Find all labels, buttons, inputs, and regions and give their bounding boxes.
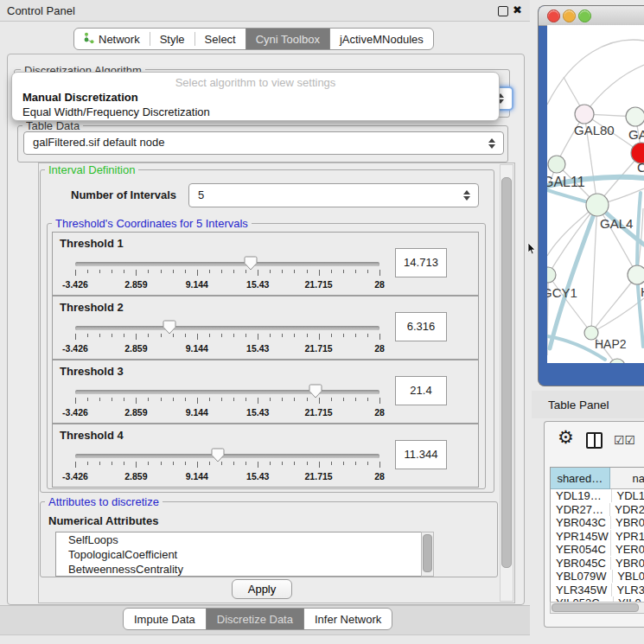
close-traffic-light-icon[interactable]	[547, 10, 560, 22]
network-canvas[interactable]: GAL80GACGAL11GAL4GCY1HHAP2	[547, 25, 644, 363]
apply-button[interactable]: Apply	[232, 579, 292, 599]
algorithm-option-equal-width-frequency-discretization[interactable]: Equal Width/Frequency Discretization	[12, 105, 499, 119]
threshold-slider[interactable]: -3.4262.8599.14415.4321.71528	[75, 319, 379, 357]
table-row[interactable]: YBL079WYBL0	[551, 570, 644, 583]
slider-tick	[209, 398, 210, 401]
list-scrollbar[interactable]	[421, 532, 434, 577]
slider-tick	[331, 270, 332, 273]
algorithm-popup-options: Manual DiscretizationEqual Width/Frequen…	[12, 90, 499, 119]
tab-cyni-toolbox[interactable]: Cyni Toolbox	[245, 29, 330, 49]
scrollbar-thumb[interactable]	[552, 603, 639, 612]
slider-tick	[258, 334, 258, 340]
slider-tick-label: -3.426	[62, 279, 88, 290]
network-window-titlebar[interactable]	[539, 6, 644, 26]
slider-tick-label: 2.859	[124, 407, 147, 418]
slider-tick-label: -3.426	[62, 471, 88, 481]
table-row[interactable]: YDL19…YDL1	[551, 489, 644, 503]
zoom-traffic-light-icon[interactable]	[578, 10, 591, 22]
slider-tick	[173, 462, 174, 465]
threshold-slider[interactable]: -3.4262.8599.14415.4321.71528	[75, 383, 379, 421]
slider-tick	[355, 398, 356, 401]
slider-tick	[75, 270, 76, 276]
tab-network[interactable]: Network	[74, 29, 150, 49]
slider-tick	[282, 334, 283, 337]
node-gal80[interactable]	[575, 105, 594, 124]
table-row[interactable]: YDR27…YDR2	[551, 503, 644, 517]
slider-tick	[367, 398, 368, 401]
mouse-cursor	[527, 243, 537, 255]
threshold-value-field[interactable]: 14.713	[395, 248, 447, 277]
threshold-label: Threshold 3	[60, 365, 124, 378]
threshold-slider[interactable]: -3.4262.8599.14415.4321.71528	[75, 255, 379, 293]
tab-discretize-data[interactable]: Discretize Data	[206, 609, 304, 629]
slider-tick-label: 15.43	[246, 279, 269, 290]
slider-tick	[136, 334, 137, 340]
tab-style[interactable]: Style	[150, 29, 194, 49]
slider-tick	[319, 270, 320, 276]
node-gal11[interactable]	[548, 156, 565, 173]
attribute-item-selfloops[interactable]: SelfLoops	[56, 532, 422, 547]
minimize-traffic-light-icon[interactable]	[563, 10, 576, 22]
group-title-threshold-coordinates: Threshold's Coordinates for 5 Intervals	[52, 217, 252, 230]
popup-placeholder: Select algorithm to view settings	[12, 76, 499, 90]
slider-track	[75, 326, 379, 330]
slider-thumb[interactable]	[163, 320, 176, 335]
threshold-row: Threshold 3-3.4262.8599.14415.4321.71528…	[52, 360, 479, 424]
threshold-value-field[interactable]: 11.344	[395, 440, 447, 469]
threshold-slider[interactable]: -3.4262.8599.14415.4321.71528	[75, 447, 379, 485]
scrollbar-thumb[interactable]	[501, 177, 512, 568]
attribute-item-betweennesscentrality[interactable]: BetweennessCentrality	[56, 562, 422, 577]
panel-title: Control Panel	[7, 4, 75, 17]
threshold-value-field[interactable]: 6.316	[395, 312, 447, 341]
slider-tick	[75, 334, 76, 340]
split-view-icon[interactable]	[586, 432, 603, 449]
column-header-shared-name[interactable]: shared…	[551, 468, 610, 489]
node-label-gcy1: GCY1	[547, 285, 577, 300]
float-window-icon[interactable]	[498, 6, 508, 16]
table-data-combobox[interactable]: galFiltered.sif default node	[23, 131, 504, 155]
tab-jactivemnodules[interactable]: jActiveMNodules	[330, 29, 433, 49]
scrollbar-thumb[interactable]	[423, 534, 432, 572]
panel-scrollbar[interactable]	[500, 164, 513, 602]
node-gal4[interactable]	[586, 194, 609, 216]
slider-tick	[355, 334, 356, 337]
slider-thumb[interactable]	[309, 384, 322, 399]
table-row[interactable]: YLR345WYLR3	[551, 583, 644, 597]
slider-tick	[270, 462, 271, 465]
slider-tick	[355, 462, 356, 465]
close-icon[interactable]: ✖	[513, 3, 522, 16]
table-row[interactable]: YBR045CYBR0	[551, 557, 644, 571]
slider-tick	[112, 462, 112, 465]
slider-tick	[99, 334, 100, 337]
tab-select[interactable]: Select	[195, 29, 245, 49]
slider-thumb[interactable]	[244, 256, 258, 271]
table-row[interactable]: YER054CYER0	[551, 543, 644, 557]
column-checkbox-icons[interactable]: ☑☑	[614, 433, 635, 447]
threshold-value-field[interactable]: 21.4	[395, 376, 447, 405]
attribute-item-topologicalcoefficient[interactable]: TopologicalCoefficient	[56, 547, 422, 562]
table-row[interactable]: YBR043CYBR0	[551, 516, 644, 530]
cell-name: YBL0	[613, 570, 644, 583]
table-row[interactable]: YPR145WYPR1	[551, 530, 644, 544]
tab-impute-data[interactable]: Impute Data	[124, 609, 206, 629]
node-label-h: H	[641, 284, 644, 299]
slider-tick	[185, 270, 186, 273]
cell-shared-name: YBR043C	[551, 516, 611, 529]
node-h[interactable]	[628, 265, 644, 284]
number-of-intervals-combobox[interactable]: 5	[188, 183, 479, 207]
slider-tick	[124, 462, 124, 465]
slider-tick	[270, 270, 271, 273]
slider-tick	[270, 334, 271, 337]
node-gcy1[interactable]	[547, 267, 556, 283]
slider-tick	[173, 270, 174, 273]
bottom-tab-bar: Impute DataDiscretize DataInfer Network	[123, 608, 392, 630]
column-header-name[interactable]: na	[610, 468, 644, 489]
node-ga[interactable]	[626, 107, 644, 126]
settings-gear-icon[interactable]: ⚙	[558, 429, 574, 447]
table-hscrollbar[interactable]	[550, 602, 644, 614]
stepper-icon	[488, 137, 496, 150]
slider-tick-label: -3.426	[62, 343, 88, 354]
tab-infer-network[interactable]: Infer Network	[304, 609, 392, 629]
algorithm-option-manual-discretization[interactable]: Manual Discretization	[12, 90, 499, 105]
slider-thumb[interactable]	[211, 448, 225, 462]
